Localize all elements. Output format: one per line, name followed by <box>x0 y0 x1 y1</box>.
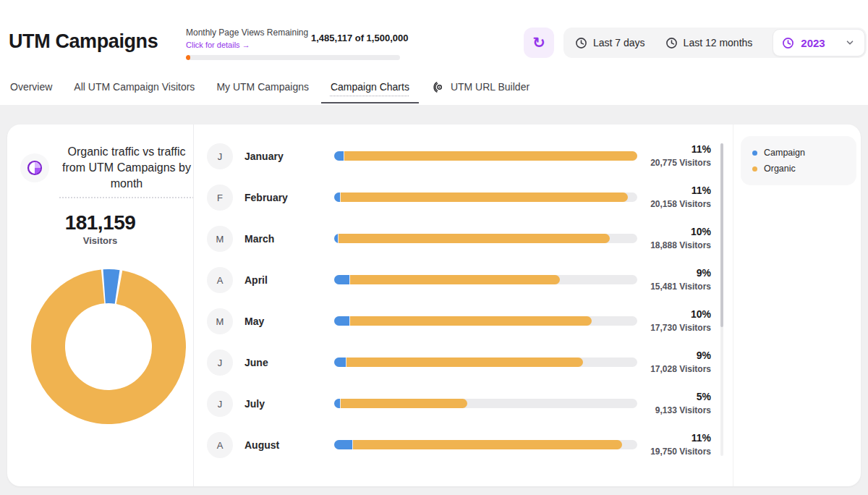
scrollbar-thumb[interactable] <box>720 143 723 327</box>
bar-track <box>334 234 637 243</box>
row-stats: 11% 20,775 Visitors <box>650 144 711 168</box>
tab-label: My UTM Campaigns <box>216 81 309 93</box>
legend-label: Campaign <box>764 148 805 158</box>
legend-item-campaign[interactable]: Campaign <box>752 145 845 161</box>
bar-track <box>334 151 637 161</box>
row-stats: 5% 9,133 Visitors <box>655 392 711 415</box>
panel-title: Organic traffic vs traffic from UTM Camp… <box>59 144 194 198</box>
legend-label: Organic <box>764 164 796 174</box>
range-label: Last 7 days <box>593 37 645 48</box>
usage-details-link[interactable]: Click for details → <box>186 41 308 49</box>
bar-fill[interactable] <box>334 316 592 326</box>
tab-my-utm-campaigns[interactable]: My UTM Campaigns <box>216 81 309 93</box>
tab-all-utm-campaign-visitors[interactable]: All UTM Campaign Visitors <box>74 81 195 93</box>
bar-segment-campaign <box>334 399 340 408</box>
row-stats: 10% 17,730 Visitors <box>650 309 711 333</box>
refresh-button[interactable]: ↻ <box>524 28 554 58</box>
bar-segment-organic <box>344 151 637 161</box>
legend-item-organic[interactable]: Organic <box>752 161 845 177</box>
month-row: A August 11% 19,750 Visitors <box>194 425 715 465</box>
bar-track <box>334 440 637 449</box>
visitors-count: 17,730 Visitors <box>650 323 711 333</box>
month-name: January <box>244 151 284 162</box>
month-name: March <box>244 233 274 245</box>
bar-segment-organic <box>346 358 583 367</box>
legend-divider <box>733 124 733 486</box>
month-avatar: M <box>207 226 233 252</box>
bar-segment-campaign <box>334 234 338 243</box>
usage-progress-bar <box>186 55 400 60</box>
share-percent: 9% <box>650 268 711 279</box>
clock-icon <box>782 37 794 49</box>
share-percent: 11% <box>650 144 711 155</box>
bar-track <box>334 275 637 284</box>
chart-legend: CampaignOrganic <box>741 136 856 185</box>
tab-label: Overview <box>10 81 52 93</box>
range-last-12-months[interactable]: Last 12 months <box>665 37 753 49</box>
bar-fill[interactable] <box>334 275 560 284</box>
row-stats: 9% 17,028 Visitors <box>650 350 711 374</box>
usage-label: Monthly Page Views Remaining <box>186 28 308 38</box>
month-avatar: J <box>207 143 233 169</box>
bar-segment-campaign <box>334 316 349 326</box>
bar-segment-organic <box>350 316 592 326</box>
total-visitors-value: 181,159 <box>7 211 193 234</box>
bar-fill[interactable] <box>334 440 622 449</box>
share-percent: 10% <box>650 309 711 320</box>
visitors-count: 20,775 Visitors <box>650 158 711 168</box>
range-last-7-days[interactable]: Last 7 days <box>575 37 645 49</box>
refresh-icon: ↻ <box>532 35 545 51</box>
tab-campaign-charts[interactable]: Campaign Charts <box>331 81 409 93</box>
share-percent: 5% <box>655 392 711 402</box>
bar-segment-campaign <box>334 440 352 449</box>
legend-dot <box>752 166 757 172</box>
month-rows: J January 11% 20,775 Visitors F February… <box>194 124 715 486</box>
year-label: 2023 <box>801 37 825 49</box>
bar-fill[interactable] <box>334 399 467 408</box>
total-visitors-label: Visitors <box>7 235 193 246</box>
clock-icon <box>665 37 678 49</box>
bar-segment-organic <box>341 192 628 202</box>
bar-segment-campaign <box>334 192 340 202</box>
visitors-count: 9,133 Visitors <box>655 406 711 415</box>
bar-segment-organic <box>353 440 622 449</box>
visitors-count: 15,481 Visitors <box>650 282 711 292</box>
usage-progress-fill <box>186 55 190 60</box>
chevron-down-icon <box>844 37 856 48</box>
bar-fill[interactable] <box>334 151 637 161</box>
row-stats: 10% 18,888 Visitors <box>650 227 711 250</box>
legend-dot <box>752 151 757 156</box>
bar-track <box>334 358 637 367</box>
month-row: M May 10% 17,730 Visitors <box>194 301 715 342</box>
share-percent: 9% <box>650 350 711 361</box>
month-row: J June 9% 17,028 Visitors <box>194 342 715 383</box>
main-area: Organic traffic vs traffic from UTM Camp… <box>0 105 868 495</box>
row-stats: 11% 19,750 Visitors <box>650 433 711 457</box>
month-name: July <box>244 398 265 410</box>
bar-fill[interactable] <box>334 358 583 367</box>
tab-overview[interactable]: Overview <box>10 81 52 93</box>
row-stats: 11% 20,158 Visitors <box>650 185 711 209</box>
pie-chart-icon <box>20 153 49 182</box>
share-percent: 10% <box>650 227 711 237</box>
month-row: J January 11% 20,775 Visitors <box>194 136 715 177</box>
tab-utm-url-builder[interactable]: UTM URL Builder <box>431 80 529 94</box>
month-avatar: A <box>207 432 233 458</box>
bar-segment-organic <box>341 399 467 408</box>
month-name: April <box>244 274 268 286</box>
usage-value: 1,485,117 of 1,500,000 <box>311 33 408 43</box>
tab-label: Campaign Charts <box>331 81 409 93</box>
row-stats: 9% 15,481 Visitors <box>650 268 711 292</box>
year-selector[interactable]: 2023 <box>773 29 865 56</box>
month-row: A April 9% 15,481 Visitors <box>194 260 715 300</box>
bar-track <box>334 399 637 408</box>
bar-fill[interactable] <box>334 234 610 243</box>
clock-icon <box>575 37 587 49</box>
month-avatar: J <box>207 391 233 417</box>
range-label: Last 12 months <box>684 37 753 48</box>
bar-fill[interactable] <box>334 192 628 202</box>
tab-bar: Overview All UTM Campaign Visitors My UT… <box>0 69 868 105</box>
bar-segment-organic <box>339 234 610 243</box>
bar-segment-campaign <box>334 151 344 161</box>
month-avatar: A <box>207 267 233 293</box>
